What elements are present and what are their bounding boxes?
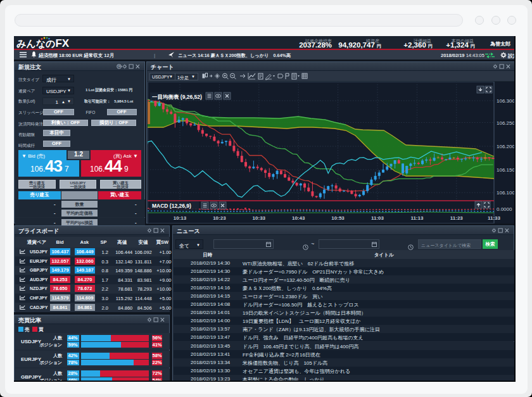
svg-text:11:23: 11:23 — [450, 215, 464, 221]
svg-text:10:33: 10:33 — [253, 215, 266, 221]
svg-text:11:33: 11:33 — [488, 215, 501, 221]
svg-text:10:53: 10:53 — [331, 215, 345, 221]
svg-text:11:03: 11:03 — [371, 215, 384, 221]
svg-text:11:13: 11:13 — [410, 215, 424, 221]
svg-text:106.200: 106.200 — [497, 144, 515, 149]
svg-text:106.100: 106.100 — [497, 190, 515, 196]
svg-text:10:23: 10:23 — [213, 215, 226, 221]
svg-text:106.150: 106.150 — [497, 167, 515, 173]
svg-text:106.300: 106.300 — [497, 98, 515, 104]
svg-text:10:43: 10:43 — [292, 215, 305, 221]
svg-text:106.250: 106.250 — [497, 120, 515, 126]
svg-text:MACD (12,26,9): MACD (12,26,9) — [152, 203, 191, 209]
svg-text:10:13: 10:13 — [174, 215, 187, 221]
svg-text:0.0000: 0.0000 — [497, 206, 512, 212]
svg-text:一目均衡表 (9,26,52): 一目均衡表 (9,26,52) — [152, 94, 202, 100]
